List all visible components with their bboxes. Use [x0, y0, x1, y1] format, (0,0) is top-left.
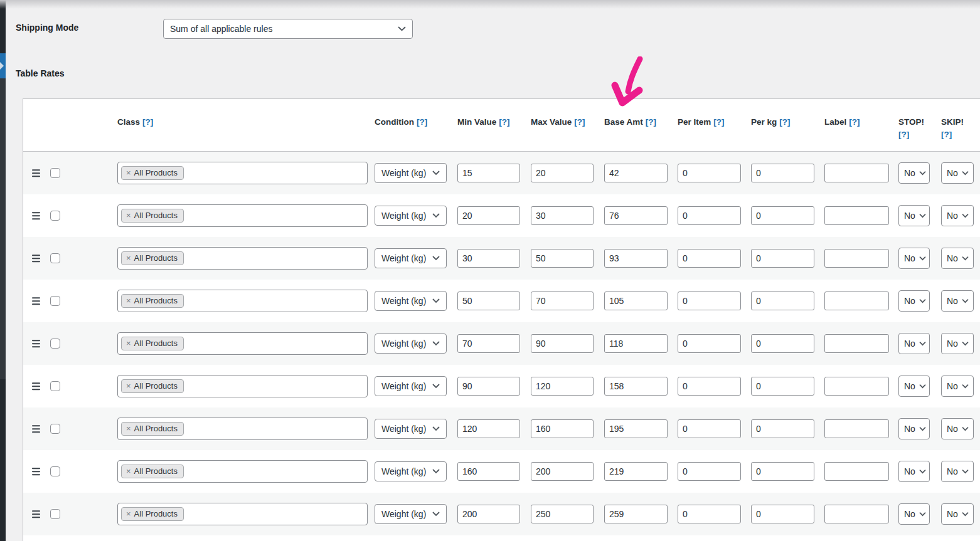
min-value-input[interactable]	[457, 249, 520, 268]
label-input[interactable]	[824, 292, 889, 310]
base-amt-input[interactable]	[604, 505, 668, 523]
per-item-input[interactable]	[678, 505, 741, 523]
label-input[interactable]	[824, 462, 889, 481]
condition-select[interactable]: Weight (kg)	[375, 504, 447, 524]
base-amt-input[interactable]	[604, 249, 668, 268]
condition-select[interactable]: Weight (kg)	[375, 248, 447, 268]
remove-tag-icon[interactable]: ×	[126, 381, 131, 391]
stop-select[interactable]: No	[898, 376, 930, 397]
row-checkbox[interactable]	[50, 168, 60, 178]
skip-select[interactable]: No	[941, 503, 974, 525]
skip-select[interactable]: No	[941, 376, 974, 397]
max-value-input[interactable]	[531, 164, 594, 182]
condition-select[interactable]: Weight (kg)	[375, 376, 447, 396]
stop-help-link[interactable]: [?]	[898, 129, 930, 141]
row-checkbox[interactable]	[50, 509, 60, 519]
shipping-mode-select[interactable]: Sum of all applicable rules	[163, 19, 413, 39]
label-input[interactable]	[824, 164, 889, 182]
label-input[interactable]	[824, 505, 889, 523]
per-item-input[interactable]	[678, 462, 741, 481]
skip-help-link[interactable]: [?]	[941, 129, 974, 141]
label-input[interactable]	[824, 377, 889, 396]
remove-tag-icon[interactable]: ×	[126, 253, 131, 263]
max-value-input[interactable]	[531, 462, 594, 481]
max-value-input[interactable]	[531, 206, 594, 225]
per-kg-input[interactable]	[751, 164, 814, 182]
base-amt-input[interactable]	[604, 334, 668, 353]
per-item-input[interactable]	[678, 377, 741, 396]
max-value-input[interactable]	[531, 377, 594, 396]
row-checkbox[interactable]	[50, 339, 60, 349]
max-value-input[interactable]	[531, 419, 594, 438]
stop-select[interactable]: No	[898, 290, 930, 312]
drag-handle-icon[interactable]	[32, 508, 40, 520]
min-value-input[interactable]	[457, 505, 520, 523]
max-value-input[interactable]	[531, 334, 594, 353]
condition-help-link[interactable]: [?]	[417, 117, 427, 127]
min-value-input[interactable]	[457, 462, 520, 481]
min-value-input[interactable]	[457, 334, 520, 353]
stop-select[interactable]: No	[898, 248, 930, 269]
drag-handle-icon[interactable]	[32, 295, 40, 307]
label-input[interactable]	[824, 249, 889, 268]
row-checkbox[interactable]	[50, 253, 60, 263]
drag-handle-icon[interactable]	[32, 423, 40, 435]
remove-tag-icon[interactable]: ×	[126, 168, 131, 177]
label-input[interactable]	[824, 206, 889, 225]
shipping-class-input[interactable]: ×All Products	[117, 247, 368, 270]
base-amt-input[interactable]	[604, 164, 668, 182]
stop-select[interactable]: No	[898, 461, 930, 482]
per-item-input[interactable]	[678, 419, 741, 438]
per-kg-input[interactable]	[751, 292, 814, 310]
drag-handle-icon[interactable]	[32, 209, 40, 222]
row-checkbox[interactable]	[50, 424, 60, 434]
remove-tag-icon[interactable]: ×	[126, 424, 131, 433]
skip-select[interactable]: No	[941, 162, 974, 184]
drag-handle-icon[interactable]	[32, 252, 40, 265]
skip-select[interactable]: No	[941, 461, 974, 482]
per-kg-input[interactable]	[751, 377, 814, 396]
min-value-input[interactable]	[457, 377, 520, 396]
per-kg-input[interactable]	[751, 505, 814, 523]
per-kg-input[interactable]	[751, 419, 814, 438]
per-kg-input[interactable]	[751, 334, 814, 353]
stop-select[interactable]: No	[898, 333, 930, 354]
min-value-input[interactable]	[457, 206, 520, 225]
drag-handle-icon[interactable]	[32, 167, 40, 179]
max-value-input[interactable]	[531, 249, 594, 268]
stop-select[interactable]: No	[898, 503, 930, 525]
shipping-class-input[interactable]: ×All Products	[117, 290, 368, 312]
row-checkbox[interactable]	[50, 381, 60, 391]
per-kg-help-link[interactable]: [?]	[779, 117, 790, 127]
remove-tag-icon[interactable]: ×	[126, 339, 131, 348]
shipping-class-input[interactable]: ×All Products	[117, 332, 368, 355]
condition-select[interactable]: Weight (kg)	[375, 419, 447, 439]
condition-select[interactable]: Weight (kg)	[375, 163, 447, 183]
per-item-input[interactable]	[678, 206, 741, 225]
base-amt-input[interactable]	[604, 292, 668, 310]
per-kg-input[interactable]	[751, 206, 814, 225]
drag-handle-icon[interactable]	[32, 337, 40, 350]
stop-select[interactable]: No	[898, 205, 930, 226]
skip-select[interactable]: No	[941, 333, 974, 354]
remove-tag-icon[interactable]: ×	[126, 211, 131, 220]
row-checkbox[interactable]	[50, 211, 60, 221]
skip-select[interactable]: No	[941, 290, 974, 312]
base-amt-input[interactable]	[604, 462, 668, 481]
per-item-input[interactable]	[678, 334, 741, 353]
label-input[interactable]	[824, 334, 889, 353]
skip-select[interactable]: No	[941, 205, 974, 226]
base-amt-input[interactable]	[604, 206, 668, 225]
condition-select[interactable]: Weight (kg)	[375, 461, 447, 481]
shipping-class-input[interactable]: ×All Products	[117, 503, 368, 525]
per-item-help-link[interactable]: [?]	[713, 117, 724, 127]
label-help-link[interactable]: [?]	[849, 117, 860, 127]
shipping-class-input[interactable]: ×All Products	[117, 162, 368, 184]
shipping-class-input[interactable]: ×All Products	[117, 460, 368, 483]
stop-select[interactable]: No	[898, 418, 930, 439]
skip-select[interactable]: No	[941, 248, 974, 269]
per-kg-input[interactable]	[751, 249, 814, 268]
condition-select[interactable]: Weight (kg)	[375, 206, 447, 226]
skip-select[interactable]: No	[941, 418, 974, 439]
row-checkbox[interactable]	[50, 296, 60, 306]
